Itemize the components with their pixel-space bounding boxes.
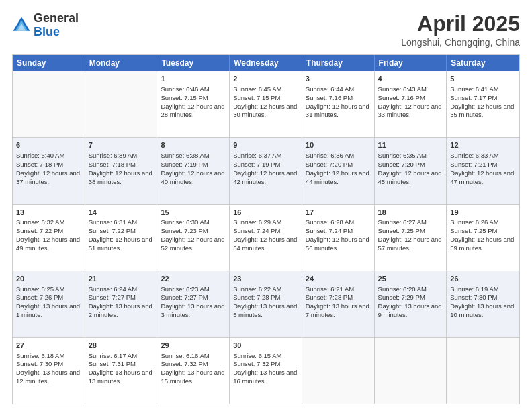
day-number-9: 9 (233, 140, 298, 150)
day-number-3: 3 (306, 74, 371, 84)
cal-cell-w1-d7: 5Sunrise: 6:41 AM Sunset: 7:17 PM Daylig… (447, 71, 519, 137)
day-number-21: 21 (89, 274, 154, 284)
cal-cell-w2-d6: 11Sunrise: 6:35 AM Sunset: 7:20 PM Dayli… (375, 138, 447, 203)
day-number-10: 10 (306, 140, 371, 150)
cal-cell-w1-d4: 2Sunrise: 6:45 AM Sunset: 7:15 PM Daylig… (230, 71, 302, 137)
week-row-1: 1Sunrise: 6:46 AM Sunset: 7:15 PM Daylig… (13, 71, 519, 138)
logo-text: General Blue (34, 12, 79, 39)
day-number-30: 30 (233, 340, 298, 351)
header-friday: Friday (375, 55, 447, 71)
day-number-15: 15 (161, 208, 226, 218)
logo: General Blue (12, 12, 79, 39)
day-info-4: Sunrise: 6:43 AM Sunset: 7:16 PM Dayligh… (378, 85, 442, 118)
day-info-26: Sunrise: 6:19 AM Sunset: 7:30 PM Dayligh… (450, 285, 514, 318)
day-number-17: 17 (306, 208, 371, 218)
day-info-8: Sunrise: 6:38 AM Sunset: 7:19 PM Dayligh… (161, 152, 224, 185)
day-info-1: Sunrise: 6:46 AM Sunset: 7:15 PM Dayligh… (161, 85, 224, 118)
day-info-13: Sunrise: 6:32 AM Sunset: 7:22 PM Dayligh… (16, 218, 80, 251)
header-tuesday: Tuesday (157, 55, 230, 71)
day-number-16: 16 (233, 208, 298, 218)
day-info-6: Sunrise: 6:40 AM Sunset: 7:18 PM Dayligh… (16, 152, 80, 185)
page: General Blue April 2025 Longshui, Chongq… (0, 0, 532, 411)
day-info-14: Sunrise: 6:31 AM Sunset: 7:22 PM Dayligh… (89, 218, 152, 251)
day-number-12: 12 (450, 140, 516, 150)
day-info-27: Sunrise: 6:18 AM Sunset: 7:30 PM Dayligh… (16, 352, 80, 385)
cal-cell-w4-d6: 25Sunrise: 6:20 AM Sunset: 7:29 PM Dayli… (375, 271, 447, 337)
cal-cell-w4-d1: 20Sunrise: 6:25 AM Sunset: 7:26 PM Dayli… (13, 271, 85, 337)
day-info-5: Sunrise: 6:41 AM Sunset: 7:17 PM Dayligh… (450, 85, 514, 118)
day-number-19: 19 (450, 208, 516, 218)
day-number-29: 29 (161, 340, 226, 351)
day-info-19: Sunrise: 6:26 AM Sunset: 7:25 PM Dayligh… (450, 218, 514, 251)
header: General Blue April 2025 Longshui, Chongq… (12, 12, 520, 48)
cal-cell-w2-d7: 12Sunrise: 6:33 AM Sunset: 7:21 PM Dayli… (447, 138, 519, 203)
day-number-8: 8 (161, 140, 226, 150)
header-thursday: Thursday (302, 55, 375, 71)
cal-cell-w2-d3: 8Sunrise: 6:38 AM Sunset: 7:19 PM Daylig… (157, 138, 230, 203)
cal-cell-w3-d2: 14Sunrise: 6:31 AM Sunset: 7:22 PM Dayli… (85, 205, 158, 271)
day-info-29: Sunrise: 6:16 AM Sunset: 7:32 PM Dayligh… (161, 352, 224, 385)
cal-cell-w1-d2 (85, 71, 158, 137)
day-info-24: Sunrise: 6:21 AM Sunset: 7:28 PM Dayligh… (306, 285, 369, 318)
day-info-28: Sunrise: 6:17 AM Sunset: 7:31 PM Dayligh… (89, 352, 152, 385)
day-number-2: 2 (233, 74, 298, 84)
day-info-21: Sunrise: 6:24 AM Sunset: 7:27 PM Dayligh… (89, 285, 152, 318)
day-number-18: 18 (378, 208, 443, 218)
day-info-25: Sunrise: 6:20 AM Sunset: 7:29 PM Dayligh… (378, 285, 442, 318)
week-row-4: 20Sunrise: 6:25 AM Sunset: 7:26 PM Dayli… (13, 271, 519, 338)
cal-cell-w5-d1: 27Sunrise: 6:18 AM Sunset: 7:30 PM Dayli… (13, 338, 85, 404)
day-info-12: Sunrise: 6:33 AM Sunset: 7:21 PM Dayligh… (450, 152, 514, 185)
cal-cell-w5-d3: 29Sunrise: 6:16 AM Sunset: 7:32 PM Dayli… (157, 338, 230, 404)
month-title: April 2025 (401, 12, 520, 36)
header-wednesday: Wednesday (230, 55, 302, 71)
day-number-26: 26 (450, 274, 516, 284)
day-number-5: 5 (450, 74, 516, 84)
cal-cell-w2-d2: 7Sunrise: 6:39 AM Sunset: 7:18 PM Daylig… (85, 138, 158, 203)
day-info-18: Sunrise: 6:27 AM Sunset: 7:25 PM Dayligh… (378, 218, 442, 251)
day-number-6: 6 (16, 140, 81, 150)
day-info-20: Sunrise: 6:25 AM Sunset: 7:26 PM Dayligh… (16, 285, 80, 318)
day-number-28: 28 (89, 340, 154, 351)
day-number-20: 20 (16, 274, 81, 284)
day-info-3: Sunrise: 6:44 AM Sunset: 7:16 PM Dayligh… (306, 85, 369, 118)
day-info-15: Sunrise: 6:30 AM Sunset: 7:23 PM Dayligh… (161, 218, 224, 251)
day-number-11: 11 (378, 140, 443, 150)
cal-cell-w5-d6 (375, 338, 447, 404)
cal-cell-w3-d3: 15Sunrise: 6:30 AM Sunset: 7:23 PM Dayli… (157, 205, 230, 271)
cal-cell-w5-d2: 28Sunrise: 6:17 AM Sunset: 7:31 PM Dayli… (85, 338, 158, 404)
logo-blue-text: Blue (34, 25, 60, 38)
cal-cell-w5-d4: 30Sunrise: 6:15 AM Sunset: 7:32 PM Dayli… (230, 338, 302, 404)
cal-cell-w4-d4: 23Sunrise: 6:22 AM Sunset: 7:28 PM Dayli… (230, 271, 302, 337)
day-number-1: 1 (161, 74, 226, 84)
day-number-25: 25 (378, 274, 443, 284)
header-saturday: Saturday (447, 55, 519, 71)
day-info-10: Sunrise: 6:36 AM Sunset: 7:20 PM Dayligh… (306, 152, 369, 185)
cal-cell-w3-d4: 16Sunrise: 6:29 AM Sunset: 7:24 PM Dayli… (230, 205, 302, 271)
day-number-4: 4 (378, 74, 443, 84)
cal-cell-w3-d5: 17Sunrise: 6:28 AM Sunset: 7:24 PM Dayli… (302, 205, 375, 271)
title-block: April 2025 Longshui, Chongqing, China (401, 12, 520, 48)
location: Longshui, Chongqing, China (401, 37, 520, 48)
cal-cell-w2-d5: 10Sunrise: 6:36 AM Sunset: 7:20 PM Dayli… (302, 138, 375, 203)
day-info-2: Sunrise: 6:45 AM Sunset: 7:15 PM Dayligh… (233, 85, 297, 118)
day-info-22: Sunrise: 6:23 AM Sunset: 7:27 PM Dayligh… (161, 285, 224, 318)
cal-cell-w2-d4: 9Sunrise: 6:37 AM Sunset: 7:19 PM Daylig… (230, 138, 302, 203)
header-monday: Monday (85, 55, 158, 71)
cal-cell-w4-d7: 26Sunrise: 6:19 AM Sunset: 7:30 PM Dayli… (447, 271, 519, 337)
cal-cell-w4-d5: 24Sunrise: 6:21 AM Sunset: 7:28 PM Dayli… (302, 271, 375, 337)
cal-cell-w1-d3: 1Sunrise: 6:46 AM Sunset: 7:15 PM Daylig… (157, 71, 230, 137)
day-info-16: Sunrise: 6:29 AM Sunset: 7:24 PM Dayligh… (233, 218, 297, 251)
week-row-3: 13Sunrise: 6:32 AM Sunset: 7:22 PM Dayli… (13, 205, 519, 271)
logo-icon (12, 16, 31, 35)
cal-cell-w4-d3: 22Sunrise: 6:23 AM Sunset: 7:27 PM Dayli… (157, 271, 230, 337)
day-number-24: 24 (306, 274, 371, 284)
cal-cell-w3-d7: 19Sunrise: 6:26 AM Sunset: 7:25 PM Dayli… (447, 205, 519, 271)
day-number-23: 23 (233, 274, 298, 284)
logo-general-text: General (34, 11, 79, 25)
header-sunday: Sunday (13, 55, 85, 71)
cal-cell-w5-d7 (447, 338, 519, 404)
cal-cell-w5-d5 (302, 338, 375, 404)
day-info-11: Sunrise: 6:35 AM Sunset: 7:20 PM Dayligh… (378, 152, 442, 185)
week-row-5: 27Sunrise: 6:18 AM Sunset: 7:30 PM Dayli… (13, 338, 519, 404)
day-info-30: Sunrise: 6:15 AM Sunset: 7:32 PM Dayligh… (233, 352, 297, 385)
